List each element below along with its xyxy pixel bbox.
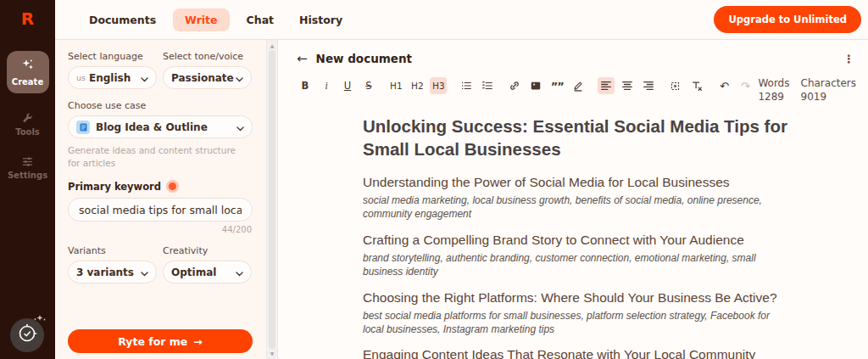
variants-label: Variants [68, 245, 157, 256]
nav-tab-chat[interactable]: Chat [238, 8, 282, 31]
sidebar-rail: R Create Tools Settings [0, 0, 55, 359]
redo-button[interactable]: ↷ [737, 77, 754, 94]
sliders-icon [21, 155, 34, 168]
align-right-button[interactable] [640, 77, 657, 94]
generator-form-panel: Select language us English Select tone/v… [55, 40, 266, 359]
words-label: Words [758, 77, 789, 89]
doc-section-heading: Crafting a Compelling Brand Story to Con… [363, 232, 804, 249]
usecase-value: Blog Idea & Outline [96, 121, 208, 133]
language-flag-prefix: us [76, 73, 86, 82]
doc-section-heading: Engaging Content Ideas That Resonate wit… [363, 346, 804, 359]
sidebar-item-settings[interactable]: Settings [8, 155, 47, 180]
keyword-input[interactable] [68, 198, 253, 222]
blockquote-button[interactable]: ”” [548, 77, 565, 94]
doc-section-keywords: brand storytelling, authentic branding, … [363, 252, 791, 279]
tone-value: Passionate [171, 72, 234, 84]
keyword-label: Primary keyword [68, 181, 161, 193]
bullet-list-button[interactable] [458, 77, 475, 94]
nav-tab-history[interactable]: History [291, 8, 351, 31]
doc-section-keywords: best social media platforms for small bu… [363, 310, 791, 337]
variants-value: 3 variants [76, 266, 134, 278]
chevron-down-icon [236, 264, 243, 280]
primary-nav: Documents Write Chat History [81, 8, 351, 31]
strikethrough-button[interactable]: S [360, 77, 377, 94]
submit-label: Ryte for me [118, 335, 187, 348]
chevron-down-icon [236, 70, 243, 86]
kebab-menu-icon[interactable]: ⋮ [840, 53, 858, 65]
chevron-down-icon [236, 119, 244, 135]
link-button[interactable] [506, 77, 523, 94]
undo-button[interactable]: ↶ [715, 77, 732, 94]
heading1-button[interactable]: H1 [387, 77, 404, 94]
doc-section-keywords: social media marketing, local business g… [363, 194, 791, 222]
document-stats: Words 1289 Characters 9019 [758, 77, 858, 103]
italic-button[interactable]: i [318, 77, 335, 94]
usecase-description: Generate ideas and content structure for… [68, 144, 246, 169]
assistant-widget[interactable] [9, 313, 47, 352]
doc-heading-1: Unlocking Success: Essential Social Medi… [363, 115, 791, 160]
variants-select[interactable]: 3 variants [68, 261, 157, 283]
sidebar-item-tools[interactable]: Tools [15, 112, 40, 137]
tools-label: Tools [15, 127, 40, 137]
creativity-select[interactable]: Optimal [163, 261, 252, 283]
back-arrow-icon[interactable]: ← [297, 51, 308, 66]
scrollbar-up-arrow[interactable]: ▲ [267, 42, 277, 48]
align-center-button[interactable] [619, 77, 636, 94]
ryte-for-me-button[interactable]: Ryte for me → [68, 329, 253, 353]
editor-area: ← New document ⋮ B i U S H1 H2 H3 ”” [278, 40, 868, 359]
formatting-toolbar: B i U S H1 H2 H3 ”” [297, 77, 858, 103]
language-value: English [89, 72, 131, 84]
usecase-label: Choose use case [68, 100, 253, 111]
wrench-icon [21, 112, 34, 125]
document-title[interactable]: New document [316, 52, 412, 65]
characters-label: Characters [801, 77, 857, 89]
keyword-char-counter: 44/200 [68, 225, 252, 234]
chevron-down-icon [141, 70, 148, 86]
tone-select[interactable]: Passionate [163, 66, 252, 89]
create-label: Create [12, 77, 43, 87]
scrollbar-thumb[interactable] [269, 50, 275, 349]
upgrade-button[interactable]: Upgrade to Unlimited [714, 6, 861, 33]
words-count: 1289 [758, 91, 789, 103]
arrow-right-icon: → [193, 335, 202, 348]
usecase-select[interactable]: Blog Idea & Outline [68, 115, 253, 138]
characters-count: 9019 [801, 91, 857, 103]
creativity-label: Creativity [163, 245, 252, 256]
scrollbar-down-arrow[interactable]: ▼ [267, 351, 277, 356]
time-check-icon [16, 323, 38, 348]
language-select[interactable]: us English [68, 66, 157, 89]
clear-formatting-button[interactable] [688, 77, 705, 94]
top-navigation-bar: Documents Write Chat History Upgrade to … [55, 0, 868, 40]
heading2-button[interactable]: H2 [409, 77, 426, 94]
creativity-value: Optimal [171, 266, 216, 278]
language-label: Select language [68, 51, 157, 62]
tone-label: Select tone/voice [163, 51, 252, 62]
document-content[interactable]: Unlocking Success: Essential Social Medi… [297, 115, 805, 359]
nav-tab-write[interactable]: Write [173, 8, 229, 31]
main-column: Documents Write Chat History Upgrade to … [55, 0, 868, 359]
nav-tab-documents[interactable]: Documents [81, 8, 164, 31]
doc-section-heading: Understanding the Power of Social Media … [363, 174, 804, 191]
record-dot-icon [166, 180, 179, 193]
underline-button[interactable]: U [339, 77, 356, 94]
align-left-button[interactable] [598, 77, 615, 94]
sparkles-icon [20, 58, 35, 76]
highlight-pen-button[interactable] [570, 77, 587, 94]
heading3-button[interactable]: H3 [430, 77, 447, 94]
brand-logo[interactable]: R [21, 8, 34, 29]
settings-label: Settings [8, 171, 47, 180]
doc-section-heading: Choosing the Right Platforms: Where Shou… [363, 289, 804, 306]
chevron-down-icon [141, 264, 148, 280]
select-all-button[interactable] [667, 77, 684, 94]
panel-scrollbar[interactable]: ▲ ▼ [266, 40, 278, 359]
sidebar-item-create[interactable]: Create [7, 51, 49, 93]
image-button[interactable] [527, 77, 544, 94]
ordered-list-button[interactable] [479, 77, 496, 94]
bold-button[interactable]: B [297, 77, 314, 94]
blog-outline-icon [76, 121, 90, 134]
